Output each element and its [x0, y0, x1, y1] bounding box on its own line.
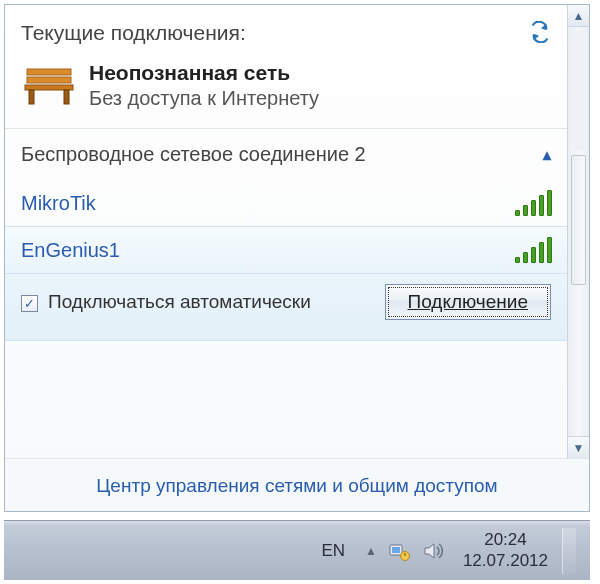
bench-icon [21, 63, 77, 107]
auto-connect-label: Подключаться автоматически [48, 291, 385, 314]
taskbar: EN ▲ 20:24 12.07.2012 [4, 520, 590, 580]
clock[interactable]: 20:24 12.07.2012 [463, 530, 548, 571]
current-connections-title: Текущие подключения: [21, 21, 529, 45]
scrollbar[interactable]: ▲ ▼ [567, 5, 589, 458]
language-indicator[interactable]: EN [321, 541, 345, 561]
network-name: EnGenius1 [21, 239, 515, 262]
adapter-label: Беспроводное сетевое соединение 2 [21, 143, 543, 166]
signal-strength-icon [515, 190, 551, 216]
network-center-link[interactable]: Центр управления сетями и общим доступом [96, 475, 497, 496]
header-row: Текущие подключения: [5, 5, 567, 53]
current-connection-block: Неопознанная сеть Без доступа к Интернет… [5, 53, 567, 128]
connect-button[interactable]: Подключение [385, 284, 551, 320]
signal-strength-icon [515, 237, 551, 263]
auto-connect-checkbox[interactable]: ✓ [21, 295, 38, 312]
show-desktop-button[interactable] [562, 528, 576, 574]
current-network-status: Без доступа к Интернету [89, 87, 319, 110]
refresh-icon[interactable] [529, 21, 551, 47]
network-row-mikrotik[interactable]: MikroTik [5, 180, 567, 226]
current-connection-text: Неопознанная сеть Без доступа к Интернет… [89, 61, 319, 110]
adapter-section-header[interactable]: Беспроводное сетевое соединение 2 ▴ [5, 129, 567, 180]
svg-rect-2 [25, 85, 73, 90]
svg-rect-1 [27, 77, 71, 83]
network-row-engenius1[interactable]: EnGenius1 [5, 226, 567, 274]
volume-tray-icon[interactable] [423, 541, 445, 561]
popup-inner: Текущие подключения: Неопознанна [5, 5, 589, 458]
network-tray-icon[interactable] [389, 541, 411, 561]
scroll-up-arrow-icon[interactable]: ▲ [568, 5, 589, 27]
current-network-name: Неопознанная сеть [89, 61, 319, 85]
svg-rect-6 [392, 547, 400, 553]
svg-rect-4 [64, 90, 69, 104]
footer: Центр управления сетями и общим доступом [5, 458, 589, 511]
network-name: MikroTik [21, 192, 515, 215]
svg-rect-8 [404, 553, 406, 556]
scroll-thumb[interactable] [571, 155, 586, 285]
tray-overflow-icon[interactable]: ▲ [365, 544, 377, 558]
connect-area: ✓ Подключаться автоматически Подключение [5, 274, 567, 341]
chevron-up-icon: ▴ [543, 145, 551, 164]
network-flyout: Текущие подключения: Неопознанна [4, 4, 590, 512]
clock-date: 12.07.2012 [463, 551, 548, 571]
scroll-track [571, 31, 586, 151]
scroll-down-arrow-icon[interactable]: ▼ [568, 436, 589, 458]
content-area: Текущие подключения: Неопознанна [5, 5, 567, 458]
clock-time: 20:24 [463, 530, 548, 550]
svg-rect-0 [27, 69, 71, 75]
svg-rect-3 [29, 90, 34, 104]
